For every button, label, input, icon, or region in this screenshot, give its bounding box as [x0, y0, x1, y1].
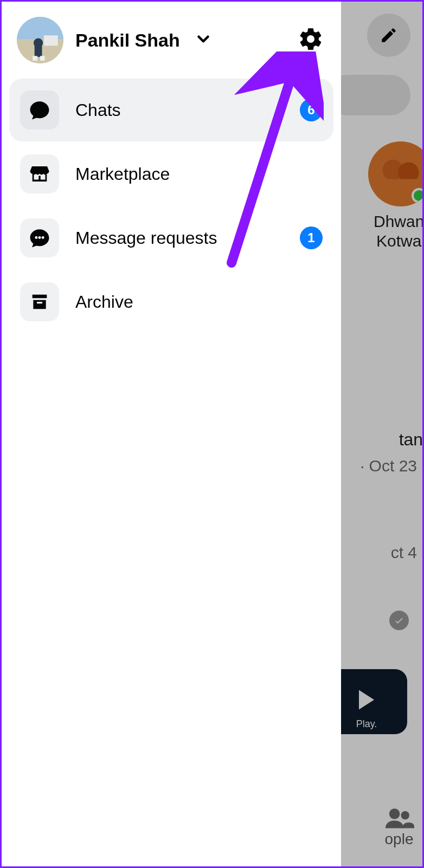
chevron-down-icon: [194, 30, 213, 50]
menu-item-label: Message requests: [75, 228, 217, 248]
settings-button[interactable]: [298, 26, 328, 54]
svg-rect-10: [33, 56, 37, 61]
menu-item-label: Marketplace: [75, 164, 170, 184]
unread-badge: 6: [300, 99, 323, 121]
svg-rect-9: [35, 46, 42, 57]
chat-bubble-icon: [28, 99, 51, 121]
svg-rect-11: [40, 56, 45, 61]
avatar-icon: [17, 17, 63, 63]
svg-point-12: [35, 236, 37, 239]
menu-item-chats[interactable]: Chats 6: [9, 79, 333, 141]
gear-icon: [298, 26, 324, 52]
side-drawer: Pankil Shah Chats 6 Marketplace Message …: [2, 2, 341, 866]
menu-item-label: Archive: [75, 292, 133, 312]
archive-icon: [29, 291, 50, 313]
svg-rect-7: [44, 35, 58, 46]
svg-point-13: [38, 236, 41, 239]
unread-badge: 1: [300, 226, 323, 249]
menu-item-label: Chats: [75, 100, 121, 120]
avatar: [17, 17, 63, 63]
menu-item-archive[interactable]: Archive: [9, 270, 333, 333]
drawer-menu: Chats 6 Marketplace Message requests 1 A…: [9, 79, 333, 333]
message-dots-icon: [28, 226, 51, 249]
profile-name: Pankil Shah: [75, 30, 180, 51]
menu-item-message-requests[interactable]: Message requests 1: [9, 206, 333, 269]
svg-point-14: [42, 236, 44, 239]
profile-switcher[interactable]: Pankil Shah: [9, 12, 333, 79]
marketplace-icon: [28, 163, 51, 185]
menu-item-marketplace[interactable]: Marketplace: [9, 142, 333, 205]
